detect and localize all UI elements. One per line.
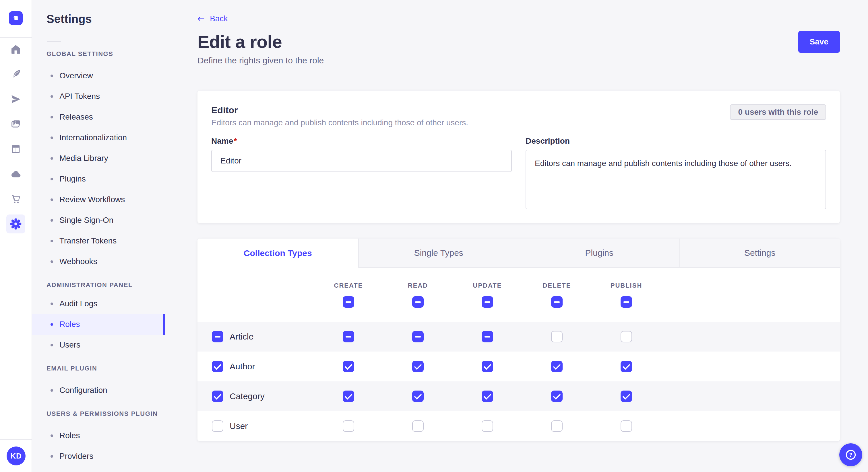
avatar[interactable]: KD (7, 446, 26, 465)
tab-single-types[interactable]: Single Types (358, 239, 519, 268)
row-select-checkbox[interactable] (212, 361, 223, 372)
home-icon[interactable] (0, 43, 32, 55)
select-all-checkbox[interactable] (551, 296, 563, 308)
column-label: Create (334, 282, 363, 289)
bullet-icon (51, 260, 53, 263)
role-description-textarea[interactable]: Editors can manage and publish contents … (526, 150, 826, 209)
back-label: Back (210, 14, 228, 23)
permission-checkbox[interactable] (482, 331, 493, 342)
subnav-title: Settings (46, 12, 165, 25)
pictures-icon[interactable] (0, 119, 32, 130)
feather-icon[interactable] (0, 69, 32, 80)
row-select-checkbox[interactable] (212, 420, 223, 432)
sidebar-item-audit-logs[interactable]: Audit Logs (32, 293, 165, 314)
permission-checkbox[interactable] (482, 361, 493, 372)
column-label: Delete (543, 282, 571, 289)
permissions-tabs: Collection TypesSingle TypesPluginsSetti… (197, 239, 840, 268)
sidebar-item-roles[interactable]: Roles (32, 314, 165, 335)
row-name-cell: Category (197, 391, 314, 402)
description-field-label: Description (526, 136, 826, 146)
permission-checkbox[interactable] (343, 331, 354, 342)
permission-checkbox[interactable] (412, 391, 424, 402)
permission-checkbox[interactable] (343, 420, 354, 432)
sidebar-item-api-tokens[interactable]: API Tokens (32, 86, 165, 107)
permission-column-header: Update (453, 282, 522, 308)
select-all-checkbox[interactable] (412, 296, 424, 308)
role-description-text: Editors can manage and publish contents … (211, 117, 468, 129)
layout-icon[interactable] (0, 143, 32, 155)
save-button[interactable]: Save (798, 31, 840, 53)
permission-cell (453, 331, 522, 342)
permission-checkbox[interactable] (621, 391, 632, 402)
bullet-icon (51, 455, 53, 458)
tab-plugins[interactable]: Plugins (519, 239, 679, 268)
permission-checkbox[interactable] (551, 420, 563, 432)
tab-collection-types[interactable]: Collection Types (197, 239, 358, 268)
cloud-icon[interactable] (0, 168, 32, 180)
strapi-logo[interactable] (9, 11, 23, 25)
sidebar-item-transfer-tokens[interactable]: Transfer Tokens (32, 231, 165, 251)
permission-checkbox[interactable] (551, 391, 563, 402)
permission-checkbox[interactable] (482, 391, 493, 402)
section-header: Global Settings (32, 50, 165, 57)
permission-checkbox[interactable] (482, 420, 493, 432)
sidebar-item-configuration[interactable]: Configuration (32, 380, 165, 401)
permission-checkbox[interactable] (621, 420, 632, 432)
permission-cell (522, 391, 592, 402)
svg-text:?: ? (849, 452, 852, 458)
sidebar-item-single-sign-on[interactable]: Single Sign-On (32, 210, 165, 231)
sidebar-item-providers[interactable]: Providers (32, 446, 165, 467)
bullet-icon (51, 198, 53, 201)
sidebar-item-roles[interactable]: Roles (32, 425, 165, 446)
permission-checkbox[interactable] (412, 361, 424, 372)
page-subtitle: Define the rights given to the role (197, 56, 840, 65)
sidebar-item-internationalization[interactable]: Internationalization (32, 127, 165, 148)
sidebar-item-label: Releases (59, 112, 93, 122)
table-row-user: User (197, 411, 840, 441)
permission-cell (383, 361, 453, 372)
row-label: User (229, 421, 248, 431)
permission-cell (314, 361, 383, 372)
help-button[interactable]: ? (839, 443, 862, 466)
permission-checkbox[interactable] (551, 361, 563, 372)
users-with-role-badge: 0 users with this role (730, 104, 826, 120)
sidebar-item-media-library[interactable]: Media Library (32, 148, 165, 169)
sidebar-item-settings-active[interactable] (6, 214, 25, 233)
permission-checkbox[interactable] (621, 361, 632, 372)
sidebar-item-webhooks[interactable]: Webhooks (32, 251, 165, 272)
title-underline (47, 41, 61, 42)
permission-checkbox[interactable] (621, 331, 632, 342)
cart-icon[interactable] (0, 193, 32, 205)
sidebar-item-releases[interactable]: Releases (32, 107, 165, 127)
permission-column-header: Create (314, 282, 383, 308)
permission-cell (592, 331, 661, 342)
paper-plane-icon[interactable] (0, 94, 32, 105)
permission-checkbox[interactable] (343, 391, 354, 402)
bullet-icon (51, 240, 53, 242)
permission-checkbox[interactable] (412, 331, 424, 342)
permission-checkbox[interactable] (551, 331, 563, 342)
tab-label: Settings (744, 248, 775, 258)
back-arrow-icon: ← (197, 14, 205, 24)
permission-checkbox[interactable] (343, 361, 354, 372)
sidebar-item-users[interactable]: Users (32, 335, 165, 355)
select-all-checkbox[interactable] (621, 296, 632, 308)
row-select-checkbox[interactable] (212, 391, 223, 402)
name-field-label: Name* (211, 136, 512, 146)
sidebar-item-review-workflows[interactable]: Review Workflows (32, 189, 165, 210)
permission-cell (314, 420, 383, 432)
sidebar-item-label: API Tokens (59, 92, 100, 101)
back-link[interactable]: ← Back (197, 14, 228, 24)
row-select-checkbox[interactable] (212, 331, 223, 342)
bullet-icon (51, 389, 53, 392)
select-all-checkbox[interactable] (482, 296, 493, 308)
permission-column-header: Publish (592, 282, 661, 308)
row-name-cell: User (197, 420, 314, 432)
role-name-input[interactable] (211, 150, 512, 172)
select-all-checkbox[interactable] (343, 296, 354, 308)
sidebar-item-plugins[interactable]: Plugins (32, 169, 165, 189)
sidebar-item-label: Plugins (59, 174, 86, 183)
permission-checkbox[interactable] (412, 420, 424, 432)
tab-settings[interactable]: Settings (679, 239, 840, 268)
sidebar-item-overview[interactable]: Overview (32, 65, 165, 86)
